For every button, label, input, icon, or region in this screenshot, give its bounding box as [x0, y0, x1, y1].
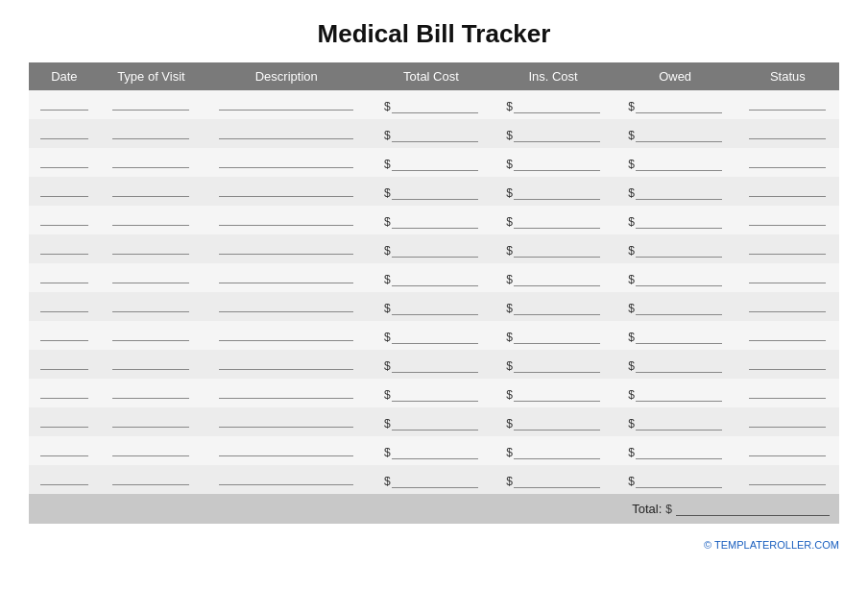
description-field[interactable]: [219, 472, 353, 485]
type-of-visit-field[interactable]: [112, 241, 189, 255]
ins-cost-field[interactable]: [514, 244, 600, 258]
date-field[interactable]: [40, 184, 88, 197]
status-field[interactable]: [749, 385, 826, 399]
total-cost-field[interactable]: [392, 129, 478, 142]
description-field[interactable]: [219, 241, 353, 255]
owed-field[interactable]: [636, 331, 722, 344]
ins-cost-field[interactable]: [514, 475, 600, 488]
description-field[interactable]: [219, 184, 353, 197]
ins-cost-field[interactable]: [514, 273, 600, 286]
type-of-visit-field[interactable]: [112, 328, 189, 341]
date-field[interactable]: [40, 126, 88, 139]
owed-field[interactable]: [636, 446, 722, 459]
ins-cost-field[interactable]: [514, 359, 600, 373]
description-field[interactable]: [219, 97, 353, 111]
ins-cost-field[interactable]: [514, 331, 600, 344]
date-field[interactable]: [40, 472, 88, 485]
status-field[interactable]: [749, 155, 826, 168]
total-cost-field[interactable]: [392, 215, 478, 229]
type-of-visit-field[interactable]: [112, 184, 189, 197]
status-field[interactable]: [749, 414, 826, 428]
owed-field[interactable]: [636, 215, 722, 229]
type-of-visit-field[interactable]: [112, 155, 189, 168]
total-underline-field[interactable]: [676, 503, 830, 516]
total-cost-field[interactable]: [392, 273, 478, 286]
ins-cost-field[interactable]: [514, 100, 600, 113]
description-field[interactable]: [219, 414, 353, 428]
owed-field[interactable]: [636, 302, 722, 315]
description-field[interactable]: [219, 299, 353, 312]
status-field[interactable]: [749, 357, 826, 370]
status-field[interactable]: [749, 328, 826, 341]
date-field[interactable]: [40, 212, 88, 226]
total-cost-field[interactable]: [392, 100, 478, 113]
type-of-visit-field[interactable]: [112, 126, 189, 139]
type-of-visit-field[interactable]: [112, 270, 189, 283]
owed-field[interactable]: [636, 100, 722, 113]
status-field[interactable]: [749, 299, 826, 312]
type-of-visit-field[interactable]: [112, 212, 189, 226]
total-cost-field[interactable]: [392, 158, 478, 171]
description-field[interactable]: [219, 270, 353, 283]
status-field[interactable]: [749, 241, 826, 255]
type-of-visit-field[interactable]: [112, 472, 189, 485]
total-cost-field[interactable]: [392, 359, 478, 373]
ins-cost-field[interactable]: [514, 186, 600, 200]
type-of-visit-field[interactable]: [112, 443, 189, 456]
owed-field[interactable]: [636, 417, 722, 430]
description-field[interactable]: [219, 155, 353, 168]
ins-cost-field[interactable]: [514, 129, 600, 142]
date-field[interactable]: [40, 299, 88, 312]
owed-field[interactable]: [636, 359, 722, 373]
total-cost-field[interactable]: [392, 446, 478, 459]
status-field[interactable]: [749, 472, 826, 485]
type-of-visit-field[interactable]: [112, 414, 189, 428]
description-field[interactable]: [219, 212, 353, 226]
description-field[interactable]: [219, 126, 353, 139]
type-of-visit-field[interactable]: [112, 357, 189, 370]
date-field[interactable]: [40, 328, 88, 341]
date-field[interactable]: [40, 414, 88, 428]
description-field[interactable]: [219, 328, 353, 341]
total-cost-field[interactable]: [392, 186, 478, 200]
date-field[interactable]: [40, 270, 88, 283]
total-cost-field[interactable]: [392, 302, 478, 315]
ins-cost-field[interactable]: [514, 302, 600, 315]
total-cost-field[interactable]: [392, 244, 478, 258]
owed-field[interactable]: [636, 388, 722, 402]
status-field[interactable]: [749, 97, 826, 111]
description-field[interactable]: [219, 443, 353, 456]
status-field[interactable]: [749, 212, 826, 226]
date-field[interactable]: [40, 385, 88, 399]
date-field[interactable]: [40, 97, 88, 111]
status-field[interactable]: [749, 443, 826, 456]
owed-field[interactable]: [636, 244, 722, 258]
cell-type-of-visit: [100, 321, 203, 350]
owed-field[interactable]: [636, 158, 722, 171]
status-field[interactable]: [749, 126, 826, 139]
owed-field[interactable]: [636, 273, 722, 286]
ins-cost-field[interactable]: [514, 388, 600, 402]
owed-field[interactable]: [636, 129, 722, 142]
total-cost-field[interactable]: [392, 331, 478, 344]
date-field[interactable]: [40, 155, 88, 168]
status-field[interactable]: [749, 270, 826, 283]
owed-field[interactable]: [636, 475, 722, 488]
ins-cost-field[interactable]: [514, 417, 600, 430]
status-field[interactable]: [749, 184, 826, 197]
ins-cost-field[interactable]: [514, 446, 600, 459]
total-cost-field[interactable]: [392, 417, 478, 430]
type-of-visit-field[interactable]: [112, 97, 189, 111]
type-of-visit-field[interactable]: [112, 385, 189, 399]
ins-cost-field[interactable]: [514, 158, 600, 171]
ins-cost-field[interactable]: [514, 215, 600, 229]
description-field[interactable]: [219, 357, 353, 370]
description-field[interactable]: [219, 385, 353, 399]
total-cost-field[interactable]: [392, 388, 478, 402]
total-cost-field[interactable]: [392, 475, 478, 488]
date-field[interactable]: [40, 443, 88, 456]
type-of-visit-field[interactable]: [112, 299, 189, 312]
date-field[interactable]: [40, 241, 88, 255]
date-field[interactable]: [40, 357, 88, 370]
owed-field[interactable]: [636, 186, 722, 200]
